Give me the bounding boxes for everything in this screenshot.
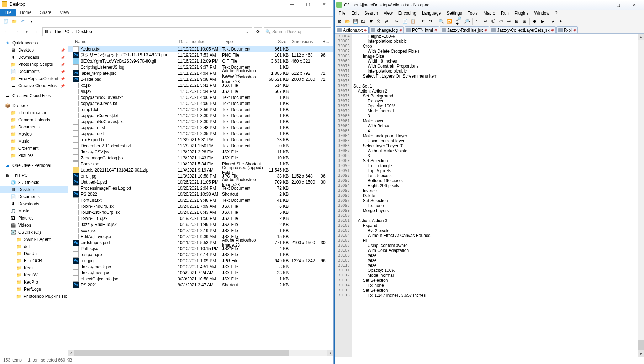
file-list[interactable]: Actions.txt11/19/2021 10:05 AMText Docum… [68,46,333,350]
file-row[interactable]: ss.jsx11/10/2021 5:34 PMJSX File607 KB [68,88,333,94]
nav-item[interactable]: ☁OneDrive - Personal [0,162,68,169]
nav-item[interactable]: ☁Creative Cloud Files📌 [0,82,68,89]
file-row[interactable]: ScriptingListenerJS.log11/12/2021 9:37 P… [68,64,333,70]
nav-item[interactable]: 📁dell [0,243,68,250]
code-line[interactable]: Top: 5 pixels [353,168,638,173]
col-date[interactable]: Date modified [177,39,222,44]
fold-icon[interactable]: ⊟ [513,18,520,25]
fx1-icon[interactable]: ★ [549,18,556,25]
code-line[interactable]: To: none [353,283,638,288]
nav-item[interactable]: 💽OSDisk (C:) [0,229,68,236]
col-h[interactable]: H... [320,39,333,44]
file-row[interactable]: Psme.jpg10/10/2021 1:09 PMJPG File649 KB… [68,258,333,264]
menu-search[interactable]: Search [362,10,380,16]
file-row[interactable]: Paths.jsx10/10/2021 10:15 PMJSX File4 KB [68,246,333,252]
code-line[interactable]: To: layer [353,99,638,104]
code-line[interactable]: Mode: normal [353,273,638,278]
code-line[interactable]: Width: 8 Inches [353,59,638,64]
chevron-right-icon[interactable]: › [50,29,51,34]
npp-titlebar[interactable]: C:\Users\jjmac\Desktop\Actions.txt - Not… [335,0,644,10]
tab-close-icon[interactable]: ⊗ [434,28,437,32]
file-row[interactable]: Ps1-slide.psd11/11/2021 9:38 AMAdobe Pho… [68,76,333,82]
file-row[interactable]: temp1.txt11/10/2021 3:56 PMText Document… [68,106,333,112]
copy-icon[interactable]: 📄 [401,18,408,25]
code-line[interactable]: With Delete Cropped Pixels [353,49,638,54]
scroll-down-icon[interactable]: ▾ [638,350,644,357]
file-row[interactable]: Jazz-yFace.jsx10/4/2021 7:24 AMJSX File3… [68,270,333,276]
menu-plugins[interactable]: Plugins [512,10,531,16]
nav-item[interactable]: 📁Pictures [0,152,68,159]
code-line[interactable]: Set: Set 1 [353,84,638,89]
nav-item[interactable]: 📁$WinREAgent [0,236,68,243]
nav-item[interactable]: 📄Documents [0,193,68,200]
code-line[interactable]: 3 [353,114,638,118]
tab-close-icon[interactable]: ⊗ [364,28,367,32]
scroll-left-icon[interactable]: ‹ [68,350,74,356]
code-line[interactable]: false [353,258,638,263]
code-line[interactable]: Fill [353,238,638,243]
ribbon-tab-home[interactable]: Home [16,9,36,16]
code-line[interactable]: Set Selection [353,158,638,163]
nav-item[interactable]: 📁KeditW [0,271,68,279]
properties-icon[interactable]: 🧾 [2,18,9,25]
qat-dropdown-icon[interactable]: ▾ [28,18,35,25]
nav-item[interactable]: 🖥Desktop📌 [0,47,68,54]
code-line[interactable]: 3 [353,153,638,158]
open-icon[interactable]: 📂 [344,18,351,25]
nav-item[interactable]: 📁ErrorReplaceContent📌 [0,75,68,82]
code-line[interactable]: Using: content aware [353,243,638,248]
file-row[interactable]: R-bin-HBS.jsx10/19/2021 1:56 PMJSX File2… [68,215,333,221]
code-line[interactable]: Height: -100% [353,34,638,39]
nav-item[interactable]: 🖼Pictures [0,215,68,222]
file-row[interactable]: copypath.txt11/10/2021 2:35 PMText Docum… [68,131,333,137]
zoom-out-icon[interactable]: 🔎- [464,18,471,25]
file-row[interactable]: Jazz-y-RndHue.jsx10/19/2021 1:49 PMJSX F… [68,221,333,227]
col-name[interactable]: Name [73,39,177,44]
code-line[interactable]: Set Background [353,94,638,99]
code-line[interactable]: Expand [353,223,638,228]
nav-item[interactable]: 🖥This PC [0,172,68,179]
nav-item[interactable]: 🎬Videos [0,222,68,229]
code-line[interactable]: Bottom: 160 pixels [353,178,638,183]
code-line[interactable]: Interpolation: bicubic [353,69,638,74]
nav-item[interactable]: 🎵Music [0,207,68,215]
file-row[interactable]: FontList.txt10/25/2021 9:48 PMText Docum… [68,197,333,203]
file-row[interactable]: xx.jsx11/10/2021 5:41 PMJSX File514 KB [68,82,333,88]
code-line[interactable]: Merge Layers [353,208,638,213]
search-box[interactable]: 🔍 Search Desktop [264,27,331,36]
undo-icon[interactable]: ↶ [20,18,26,25]
document-tabs[interactable]: Actions.txt⊗change.log⊗PCTN.html⊗Jazz-y-… [335,26,644,34]
nav-item[interactable]: 📁Photoshop Plug-Ins Hold Are [0,293,68,300]
maximize-button[interactable]: ▢ [300,0,316,8]
breadcrumb-this-pc[interactable]: This PC [53,29,71,34]
play-icon[interactable]: ▶ [539,18,546,25]
file-row[interactable]: Boavision11/4/2021 5:34 PMPinned Site Sh… [68,161,333,167]
scroll-right-icon[interactable]: › [327,350,333,356]
eol-icon[interactable]: ⏎ [497,18,505,25]
address-dropdown-icon[interactable]: ⌄ [244,29,250,34]
nav-item[interactable]: 📁DosUtil [0,250,68,257]
file-row[interactable]: Psスクリーンショット 2021-11-19 13.49.20.png11/19… [68,52,333,58]
scroll-thumb[interactable] [74,350,289,356]
ribbon-tab-file[interactable]: File [0,9,16,16]
code-line[interactable]: Image Size [353,54,638,59]
file-row[interactable]: copypathCurves].txt11/10/2021 3:30 PMTex… [68,112,333,118]
file-row[interactable]: testpath.jsx10/10/2021 6:14 PMJSX File1 … [68,252,333,258]
breadcrumb[interactable]: 🖥 › This PC › Desktop ⌄ [42,27,252,36]
code-line[interactable]: 4 [353,128,638,133]
breadcrumb-desktop[interactable]: Desktop [75,29,94,34]
maximize-button[interactable]: ▢ [610,1,626,9]
nav-item[interactable]: 📦Dropbox [0,102,68,109]
toolbar[interactable]: 🗎📂💾🖫✖⛒🖨✂📄📋↶↷🔍🔁🔎+🔎-¶↩Ⓛ⏎⇥⊟⊞⏺▶★✦ [335,17,644,26]
nav-item[interactable]: 📁Movies [0,131,68,138]
indent-icon[interactable]: ⇥ [505,18,512,25]
nav-up-button[interactable]: ↑ [32,27,41,36]
wrap-icon[interactable]: ↩ [482,18,489,25]
code-line[interactable]: Using: current layer [353,138,638,143]
doc-tab[interactable]: R-bi⊗ [556,26,578,33]
menu-tools[interactable]: Tools [465,10,480,16]
rec-icon[interactable]: ⏺ [531,18,538,25]
close-button[interactable]: ✕ [626,1,642,9]
file-row[interactable]: copypath].txt11/10/2021 2:48 PMText Docu… [68,125,333,131]
file-row[interactable]: 8EXxuYgmTyLcVYcBx2SJs9-970-80.gif11/16/2… [68,58,333,64]
